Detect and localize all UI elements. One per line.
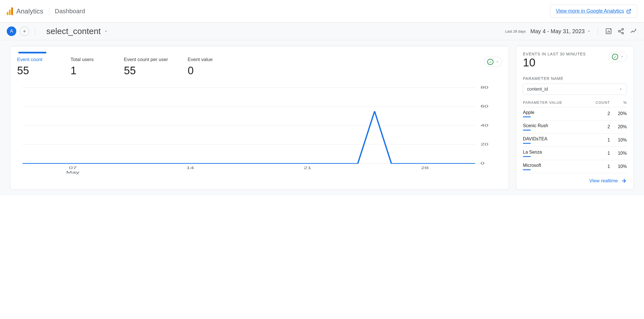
brand-name: Analytics	[16, 7, 43, 15]
main-card: Event count55Total users1Event count per…	[10, 46, 509, 190]
header-left: Analytics Dashboard	[7, 7, 85, 15]
chevron-down-icon	[104, 29, 108, 33]
svg-text:40: 40	[480, 123, 488, 127]
share-button[interactable]	[617, 27, 625, 35]
param-pct: 20%	[610, 111, 627, 116]
svg-line-11	[620, 32, 622, 33]
open-external-icon	[626, 9, 631, 14]
line-chart: 02040608007May142128	[17, 85, 502, 178]
param-name: Scenic Rush	[523, 123, 593, 128]
svg-text:21: 21	[304, 166, 312, 170]
metrics-row: Event count55Total users1Event count per…	[17, 57, 502, 77]
param-bar	[523, 143, 531, 144]
chevron-down-icon	[620, 55, 624, 59]
param-count: 2	[593, 111, 610, 116]
metric-label: Event count	[17, 57, 51, 62]
subheader-left: A select_content	[7, 26, 108, 36]
param-table-header: PARAMETER VALUE COUNT %	[523, 100, 627, 107]
svg-line-0	[629, 9, 631, 12]
metric-label: Event value	[188, 57, 221, 62]
param-row[interactable]: Scenic Rush220%	[523, 120, 627, 134]
subheader: A select_content Last 28 days May 4 - Ma…	[0, 23, 644, 40]
param-bar	[523, 116, 531, 117]
analytics-logo-icon	[7, 7, 13, 15]
realtime-value: 10	[523, 56, 586, 69]
svg-point-8	[618, 30, 620, 32]
chevron-down-icon	[587, 29, 591, 33]
subheader-right: Last 28 days May 4 - May 31, 2023	[505, 27, 637, 35]
view-more-label: View more in Google Analytics	[556, 8, 624, 14]
view-more-button[interactable]: View more in Google Analytics	[550, 5, 637, 18]
check-circle-icon: ✓	[487, 59, 493, 65]
param-name: La Senza	[523, 150, 593, 155]
date-range-selector[interactable]: May 4 - May 31, 2023	[530, 28, 591, 35]
metric-event-value[interactable]: Event value0	[188, 57, 221, 77]
svg-text:0: 0	[480, 161, 484, 165]
view-realtime-link[interactable]: View realtime	[523, 178, 627, 184]
param-row[interactable]: DAVIDsTEA110%	[523, 134, 627, 147]
parameter-select[interactable]: content_id	[523, 84, 627, 95]
header-count: COUNT	[593, 100, 610, 105]
share-icon	[618, 28, 624, 35]
svg-text:80: 80	[480, 85, 488, 89]
param-pct: 10%	[610, 151, 627, 156]
active-tab-indicator	[18, 52, 46, 53]
param-bar	[523, 130, 531, 131]
chevron-down-icon	[496, 60, 499, 64]
customize-report-button[interactable]	[605, 27, 613, 35]
add-segment-button[interactable]	[20, 26, 29, 36]
date-range-text: May 4 - May 31, 2023	[530, 28, 585, 35]
param-row[interactable]: Apple220%	[523, 107, 627, 120]
svg-point-7	[622, 28, 623, 30]
view-realtime-label: View realtime	[589, 178, 618, 184]
svg-line-10	[620, 30, 622, 31]
arrow-right-icon	[621, 178, 627, 184]
chart-edit-icon	[605, 28, 612, 35]
param-row[interactable]: Microsoft110%	[523, 160, 627, 173]
param-row[interactable]: La Senza110%	[523, 147, 627, 160]
metric-total-users[interactable]: Total users1	[71, 57, 104, 77]
param-pct: 20%	[610, 124, 627, 129]
content-area: Event count55Total users1Event count per…	[0, 40, 644, 196]
insights-button[interactable]	[629, 27, 637, 35]
event-selector[interactable]: select_content	[46, 26, 108, 36]
header-value: PARAMETER VALUE	[523, 100, 593, 105]
header-pct: %	[610, 100, 627, 105]
avatar[interactable]: A	[7, 26, 16, 36]
metric-label: Total users	[71, 57, 104, 62]
param-pct: 10%	[610, 164, 627, 169]
check-circle-icon: ✓	[612, 54, 618, 60]
param-bar	[523, 169, 531, 170]
svg-text:07: 07	[69, 166, 77, 170]
app-header: Analytics Dashboard View more in Google …	[0, 0, 644, 23]
metric-label: Event count per user	[124, 57, 168, 62]
parameter-selected-value: content_id	[527, 87, 548, 92]
realtime-title: EVENTS IN LAST 30 MINUTES	[523, 52, 586, 56]
realtime-card: EVENTS IN LAST 30 MINUTES 10 ✓ PARAMETER…	[516, 46, 634, 190]
metric-event-count-per-user[interactable]: Event count per user55	[124, 57, 168, 77]
realtime-status-dropdown[interactable]: ✓	[609, 52, 627, 62]
svg-text:14: 14	[186, 166, 194, 170]
event-name: select_content	[46, 26, 101, 36]
param-count: 1	[593, 151, 610, 156]
parameter-name-label: PARAMETER NAME	[523, 76, 627, 81]
param-name: Apple	[523, 110, 593, 115]
divider	[49, 7, 49, 15]
chevron-down-icon	[619, 87, 623, 91]
insights-icon	[630, 28, 637, 35]
page-title: Dashboard	[55, 8, 85, 15]
status-dropdown[interactable]: ✓	[484, 57, 502, 67]
plus-icon	[22, 29, 27, 33]
svg-text:May: May	[66, 170, 80, 174]
svg-point-9	[622, 32, 623, 34]
param-count: 2	[593, 124, 610, 129]
metric-event-count[interactable]: Event count55	[17, 57, 51, 77]
param-name: Microsoft	[523, 163, 593, 168]
svg-text:28: 28	[421, 166, 429, 170]
svg-text:20: 20	[480, 142, 488, 146]
date-range-label: Last 28 days	[505, 29, 526, 33]
metric-value: 0	[188, 65, 221, 77]
metric-value: 55	[17, 65, 51, 77]
divider	[598, 27, 598, 35]
svg-text:60: 60	[480, 104, 488, 108]
